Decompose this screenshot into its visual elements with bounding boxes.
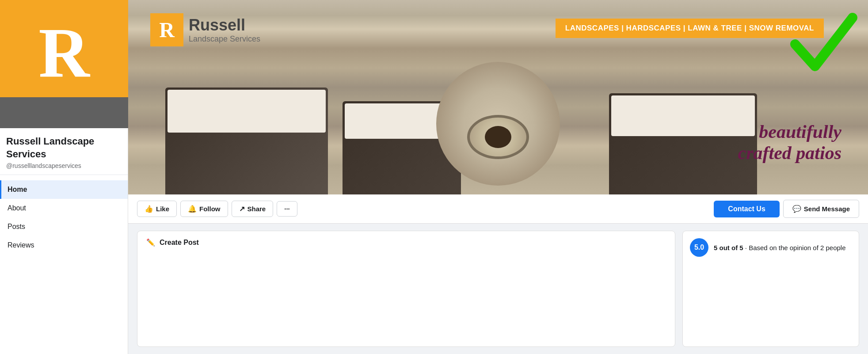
cover-banner-text: LANDSCAPES | HARDSCAPES | LAWN & TREE | … xyxy=(565,24,814,32)
more-button[interactable]: ··· xyxy=(277,201,297,217)
sidebar-nav: Home About Posts Reviews xyxy=(0,180,128,255)
share-button[interactable]: ↗ Share xyxy=(232,201,274,217)
cover-script: beautifully crafted patios xyxy=(738,121,841,164)
rating-panel: 5.0 5 out of 5 · Based on the opinion of… xyxy=(682,231,859,347)
rating-score-text: 5 out of 5 xyxy=(714,244,743,251)
follow-button[interactable]: 🔔 Follow xyxy=(180,201,228,217)
share-label: Share xyxy=(247,205,266,213)
send-message-label: Send Message xyxy=(804,205,850,213)
action-bar: 👍 Like 🔔 Follow ↗ Share ··· Contact Us 💬… xyxy=(128,194,868,224)
rating-text: 5 out of 5 · Based on the opinion of 2 p… xyxy=(714,244,846,251)
edit-icon: ✏️ xyxy=(146,238,155,247)
rating-badge: 5.0 xyxy=(690,238,708,257)
sidebar-divider xyxy=(0,175,128,175)
furniture-left xyxy=(165,88,328,194)
sidebar-info: Russell Landscape Services @russelllands… xyxy=(0,128,128,173)
avatar-letter: R xyxy=(38,18,90,110)
follow-label: Follow xyxy=(199,205,221,213)
content-area: ✏️ Create Post 5.0 5 out of 5 · Based on… xyxy=(128,224,868,354)
sidebar: R Russell Landscape Services @russelllan… xyxy=(0,0,128,354)
messenger-icon: 💬 xyxy=(792,205,801,213)
sidebar-item-reviews[interactable]: Reviews xyxy=(0,236,128,255)
cover-logo-title: Russell xyxy=(189,16,260,34)
share-icon: ↗ xyxy=(239,205,245,213)
send-message-button[interactable]: 💬 Send Message xyxy=(783,200,859,218)
rating-subtext: · Based on the opinion of 2 people xyxy=(745,244,846,251)
cover-logo-text: Russell Landscape Services xyxy=(189,16,260,44)
fire-pit xyxy=(467,115,529,159)
follow-icon: 🔔 xyxy=(188,205,197,213)
cover-area: R Russell Landscape Services LANDSCAPES … xyxy=(128,0,868,194)
more-label: ··· xyxy=(284,205,290,213)
rating-row: 5.0 5 out of 5 · Based on the opinion of… xyxy=(690,238,852,257)
create-post-label: Create Post xyxy=(160,239,199,247)
sidebar-item-home[interactable]: Home xyxy=(0,180,128,199)
create-post-header[interactable]: ✏️ Create Post xyxy=(146,238,666,247)
page-handle: @russelllandscapeservices xyxy=(6,162,122,169)
like-icon: 👍 xyxy=(145,205,153,213)
page-name: Russell Landscape Services xyxy=(6,135,122,160)
cover-logo-icon: R xyxy=(150,13,183,46)
furniture-right xyxy=(609,93,757,194)
contact-us-button[interactable]: Contact Us xyxy=(714,201,779,217)
like-label: Like xyxy=(156,205,169,213)
cover-banner: LANDSCAPES | HARDSCAPES | LAWN & TREE | … xyxy=(556,19,824,38)
cover-logo-subtitle: Landscape Services xyxy=(189,34,260,44)
checkmark-icon xyxy=(788,9,859,88)
create-post-box: ✏️ Create Post xyxy=(137,231,675,347)
profile-avatar: R xyxy=(0,0,128,128)
cover-script-line1: beautifully xyxy=(738,121,841,142)
cover-script-line2: crafted patios xyxy=(738,142,841,164)
like-button[interactable]: 👍 Like xyxy=(137,201,177,217)
main-content: R Russell Landscape Services LANDSCAPES … xyxy=(128,0,868,354)
cover-photo: R Russell Landscape Services LANDSCAPES … xyxy=(128,0,868,194)
cover-logo-letter: R xyxy=(159,18,175,42)
cover-logo: R Russell Landscape Services xyxy=(150,13,260,46)
sidebar-item-posts[interactable]: Posts xyxy=(0,217,128,236)
sidebar-item-about[interactable]: About xyxy=(0,199,128,217)
